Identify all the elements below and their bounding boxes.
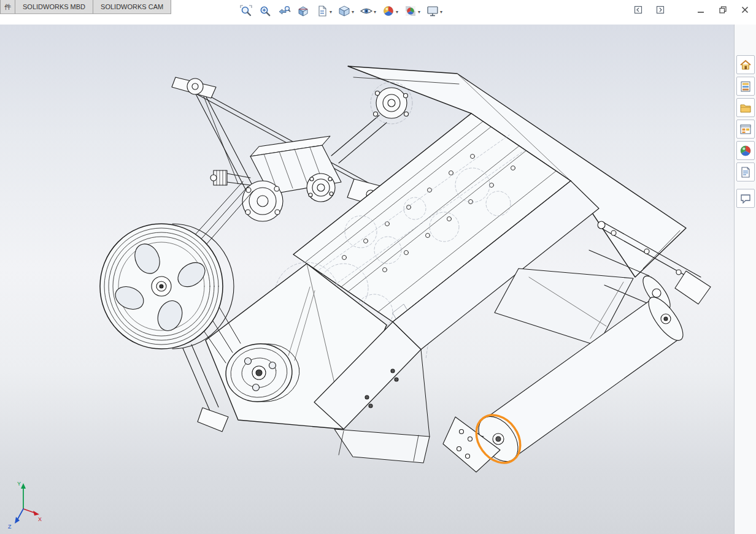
file-explorer-button[interactable] xyxy=(736,98,755,117)
orientation-triad: Y X Z xyxy=(8,481,42,530)
view-settings-button[interactable]: ▾ xyxy=(425,4,444,21)
close-icon xyxy=(740,5,750,15)
chevron-down-icon: ▾ xyxy=(418,10,420,15)
comment-bubble-icon xyxy=(739,192,752,205)
appearance-sphere-icon xyxy=(739,144,752,158)
back-arrow-magnifier-icon xyxy=(277,4,291,20)
tab-solidworks-mbd[interactable]: SOLIDWORKS MBD xyxy=(15,0,93,14)
appearance-ball-icon xyxy=(382,4,395,20)
zoom-to-fit-button[interactable] xyxy=(238,4,254,21)
triad-y-label: Y xyxy=(17,481,21,487)
assembly-model[interactable]: Y X Z xyxy=(0,25,734,534)
section-cube-icon xyxy=(296,4,310,20)
chevron-down-icon: ▾ xyxy=(440,10,442,15)
apply-scene-button[interactable]: ▾ xyxy=(403,4,422,21)
monitor-icon xyxy=(426,4,439,20)
drive-pulley-large[interactable] xyxy=(100,224,234,349)
collapse-pane-left-button[interactable] xyxy=(632,4,644,16)
triad-z-label: Z xyxy=(8,524,12,530)
annotation-page-icon xyxy=(315,4,329,20)
titlebar: 件 SOLIDWORKS MBD SOLIDWORKS CAM xyxy=(0,0,756,25)
design-library-button[interactable] xyxy=(736,77,755,96)
solidworks-forum-button[interactable] xyxy=(736,189,755,208)
tab-part[interactable]: 件 xyxy=(0,0,15,14)
chevron-down-icon: ▾ xyxy=(352,10,354,15)
scene-ball-icon xyxy=(404,4,417,20)
collapse-pane-right-button[interactable] xyxy=(654,4,666,16)
task-pane xyxy=(734,25,756,534)
graphics-area[interactable]: Y X Z xyxy=(0,25,734,534)
restore-icon xyxy=(718,5,728,15)
solidworks-window: 件 SOLIDWORKS MBD SOLIDWORKS CAM xyxy=(0,0,756,534)
magnifier-icon xyxy=(239,4,253,20)
document-properties-icon xyxy=(739,166,752,179)
dynamic-annotation-views-button[interactable]: ▾ xyxy=(314,4,333,21)
window-controls xyxy=(632,4,751,16)
custom-properties-button[interactable] xyxy=(736,162,755,181)
panel-right-icon xyxy=(655,5,665,15)
ribbon-tabs: 件 SOLIDWORKS MBD SOLIDWORKS CAM xyxy=(0,0,171,14)
restore-button[interactable] xyxy=(717,4,729,16)
zoom-to-area-button[interactable] xyxy=(257,4,273,21)
cube-icon xyxy=(338,4,351,20)
close-button[interactable] xyxy=(739,4,751,16)
folder-icon xyxy=(739,101,752,115)
view-palette-button[interactable] xyxy=(736,120,755,139)
heads-up-toolbar: ▾ ▾ xyxy=(238,4,444,21)
top-shaft-bearing[interactable] xyxy=(331,82,412,163)
palette-window-icon xyxy=(739,123,752,136)
chevron-down-icon: ▾ xyxy=(374,10,376,15)
previous-view-button[interactable] xyxy=(276,4,292,21)
magnifier-plus-icon xyxy=(258,4,272,20)
triad-x-label: X xyxy=(38,516,42,522)
tab-solidworks-cam[interactable]: SOLIDWORKS CAM xyxy=(93,0,171,14)
appearances-scenes-button[interactable] xyxy=(736,141,755,160)
chevron-down-icon: ▾ xyxy=(396,10,398,15)
eye-icon xyxy=(360,4,373,20)
library-icon xyxy=(739,80,752,93)
panel-left-icon xyxy=(633,5,643,15)
minimize-button[interactable] xyxy=(695,4,707,16)
solidworks-resources-button[interactable] xyxy=(736,55,755,74)
edit-appearance-button[interactable]: ▾ xyxy=(380,4,399,21)
chevron-down-icon: ▾ xyxy=(330,10,332,15)
hide-show-items-button[interactable]: ▾ xyxy=(358,4,377,21)
home-icon xyxy=(739,58,752,72)
view-orientation-button[interactable]: ▾ xyxy=(336,4,355,21)
section-view-button[interactable] xyxy=(295,4,311,21)
motor-gearbox[interactable] xyxy=(210,136,341,221)
minimize-icon xyxy=(696,5,706,15)
